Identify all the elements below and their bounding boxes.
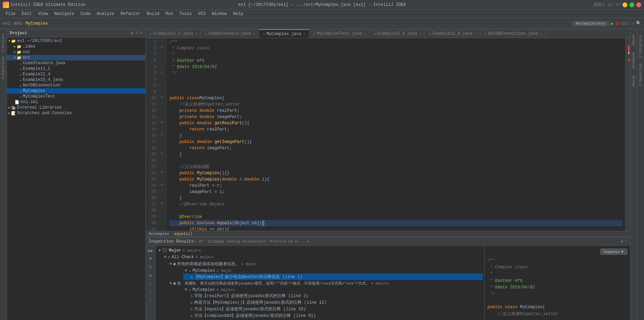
javadoc-class-header[interactable]: ▼ ◉ 类、类属性、类方法的注释必须使用javadoc规范，使用/**内容*/格… (168, 280, 483, 287)
fold-2[interactable]: ▼ (158, 44, 165, 51)
menu-item-vcs[interactable]: VCS (195, 11, 209, 17)
javadoc-mc-arrow: ▼ (185, 287, 187, 292)
run-config-selector[interactable]: MyComplexTest (572, 21, 609, 26)
inspection-settings-icon[interactable]: ⚙ (621, 239, 623, 244)
maven-strip-label[interactable]: Maven (631, 32, 636, 48)
build-strip-label[interactable]: Build (631, 73, 636, 89)
close-button[interactable] (636, 2, 641, 7)
export-button[interactable]: ↑ (147, 289, 154, 296)
tree-example15-4[interactable]: ☕ Example15_4.java (7, 77, 145, 83)
project-collapse-icon[interactable]: ≡ (136, 31, 138, 36)
menu-item-file[interactable]: File (3, 11, 18, 17)
fold-19[interactable]: ▼ (158, 151, 165, 157)
field-realpart-row[interactable]: ⚠ 字段【realPart】必须使用javadoc形式的注释 (line 2) (183, 293, 483, 299)
menu-item-help[interactable]: Help (230, 11, 246, 17)
fold-6[interactable]: ▼ (158, 69, 165, 76)
menu-item-tools[interactable]: Tools (177, 11, 195, 17)
breadcrumb-mycomplex[interactable]: MyComplex (26, 21, 48, 26)
maximize-button[interactable] (629, 2, 634, 7)
collapse-all-button[interactable]: ▼ (147, 255, 154, 262)
project-settings-icon[interactable]: ⚙ (131, 31, 133, 36)
tree-src[interactable]: ▼ 📁 src (7, 55, 145, 60)
tree-root[interactable]: ▼ 📁 ex1 ~/20175301/ex1 (7, 38, 145, 44)
run-button[interactable]: ▶ (611, 20, 613, 26)
author-missing-row[interactable]: ⚠ 【MyComplex】缺少包含@author的注释信息 (line 1) (183, 273, 483, 280)
breadcrumb-ex1[interactable]: ex1 (3, 21, 10, 26)
javadoc-mycomplex-row[interactable]: ▼ ☕ MyComplex 4 majors (178, 287, 483, 293)
menu-item-analyze[interactable]: Analyze (94, 11, 117, 17)
fold-22[interactable]: ▼ (158, 169, 165, 176)
menu-item-refactor[interactable]: Refactor (118, 11, 143, 17)
tree-codestandard[interactable]: ☕ CodeStandard.java (7, 60, 145, 66)
debug-button[interactable]: 🐞 (615, 21, 620, 26)
tree-scratches[interactable]: ▶ 📝 Scratches and Consoles (7, 110, 145, 116)
tab-codestandard[interactable]: ☕ CodeStandard.java ✕ (201, 30, 259, 37)
fold-27[interactable]: ▼ (158, 201, 165, 207)
favorites-strip-label[interactable]: 2:Favorites (1, 55, 6, 81)
tree-external-libs[interactable]: ▶ 📚 External Libraries (7, 105, 145, 110)
menu-item-navigate[interactable]: Navigate (51, 11, 77, 17)
all-check-header[interactable]: ▼ ✔ All-Check 5 majors (162, 254, 483, 260)
creator-mycomplex-row[interactable]: ▼ ☕ MyComplex 1 major (178, 268, 483, 273)
fold-10[interactable]: ▼ (158, 94, 165, 101)
tab-mycomplex[interactable]: ☕ MyComplex.java ✕ (259, 29, 309, 38)
tree-mycomplextest[interactable]: ☕ MyComplexTest (7, 94, 145, 99)
menu-item-window[interactable]: Window (209, 11, 229, 17)
project-strip-label[interactable]: 1:Project (1, 32, 6, 53)
breadcrumb-src[interactable]: src (14, 21, 22, 26)
tab-example15-4-close[interactable]: ✕ (419, 32, 421, 36)
tab-example11-1-close[interactable]: ✕ (195, 32, 197, 36)
constructor-mycomplex-row[interactable]: ⚠ 构造方法【MyComplex()】必须使用javadoc形式的注释 (lin… (183, 299, 483, 306)
tree-example11-1[interactable]: ☕ Example11_1 (7, 66, 145, 71)
minimize-button[interactable] (622, 2, 627, 7)
favorites-label[interactable]: 2:Favorites (638, 60, 643, 89)
code-editor[interactable]: /** * Complex class * * @author mfb * @d… (167, 38, 625, 231)
search-everywhere-button[interactable]: 🔍 (636, 21, 641, 26)
menu-item-run[interactable]: Run (163, 11, 176, 17)
tree-ex1-iml[interactable]: 📄 ex1.iml (7, 99, 145, 105)
menu-item-edit[interactable]: Edit (19, 11, 35, 17)
fold-24[interactable]: ▼ (158, 182, 165, 188)
creator-mycomplex-label: MyComplex (192, 268, 215, 273)
project-close-icon[interactable]: ✕ (140, 31, 143, 36)
tab-mycomplextest[interactable]: ☕ MyComplexTest.java ✕ (309, 30, 370, 37)
method-complexadd-row[interactable]: ⚠ 方法【complexAdd】必须使用javadoc形式的注释 (line 6… (183, 312, 483, 319)
sort-button[interactable]: ↕ (147, 280, 154, 287)
fold-16[interactable]: ▼ (158, 132, 165, 138)
inspection-minimize-icon[interactable]: ─ (625, 239, 627, 244)
inspection-major-header[interactable]: ▼ ⬛ Major 5 majors (157, 247, 483, 254)
tab-mycomplex-close[interactable]: ✕ (303, 32, 306, 36)
database-strip-label[interactable]: Database (631, 49, 636, 71)
suppress-button[interactable]: Suppress ▼ (600, 249, 627, 255)
tree-example11-4[interactable]: ☕ Example11_4 (7, 71, 145, 77)
breadcrumb-mycomplex-nav[interactable]: MyComplex (149, 232, 169, 236)
menu-item-view[interactable]: View (35, 11, 51, 17)
tree-out[interactable]: ▶ 📁 out (7, 49, 145, 55)
tab-example15-4[interactable]: ☕ Example15_4.java ✕ (370, 30, 425, 37)
code-line-25: imagePart = i; (169, 189, 622, 195)
menu-item-code[interactable]: Code (78, 11, 93, 17)
tree-idea[interactable]: ▶ 📁 .idea (7, 44, 145, 49)
creator-info-header[interactable]: ▼ ◉ 所有的类都必须添加创建者信息。 1 major (168, 260, 483, 268)
tab-getdbconnection-close[interactable]: ✕ (540, 32, 542, 36)
group-button[interactable]: ≡ (147, 264, 154, 271)
tab-example11-4-close[interactable]: ✕ (475, 32, 477, 36)
import-button[interactable]: ↓ (147, 297, 154, 304)
menu-item-build[interactable]: Build (144, 11, 162, 17)
fold-14[interactable]: ▼ (158, 119, 165, 126)
inspection-close-icon[interactable]: ✕ (307, 239, 309, 244)
method-complexadd-item: ⚠ 方法【complexAdd】必须使用javadoc形式的注释 (line 6… (168, 312, 483, 319)
structure-label[interactable]: Z:Structure (638, 32, 643, 60)
expand-all-button[interactable]: ▶▶ (147, 247, 154, 254)
tree-getdbconnection[interactable]: ☕ GetDBConnection (7, 83, 145, 88)
editor-scrollbar[interactable] (625, 38, 630, 231)
tab-example11-1[interactable]: ☕ Example11_1.java ✕ (146, 30, 201, 37)
tree-mycomplex[interactable]: ☕ MyComplex (7, 88, 145, 94)
breadcrumb-equals[interactable]: equals() (174, 232, 193, 236)
filter-button[interactable]: ⊟ (147, 272, 154, 279)
tab-mycomplextest-close[interactable]: ✕ (364, 32, 366, 36)
tab-getdbconnection[interactable]: ☕ GetDBConnection.java ✕ (480, 30, 546, 37)
method-equals-row[interactable]: ⚠ 方法【equals】必须使用javadoc形式的注释 (line 18) (183, 306, 483, 312)
tab-codestandard-close[interactable]: ✕ (253, 32, 255, 36)
tab-example11-4[interactable]: ☕ Example11_4.java ✕ (425, 30, 480, 37)
